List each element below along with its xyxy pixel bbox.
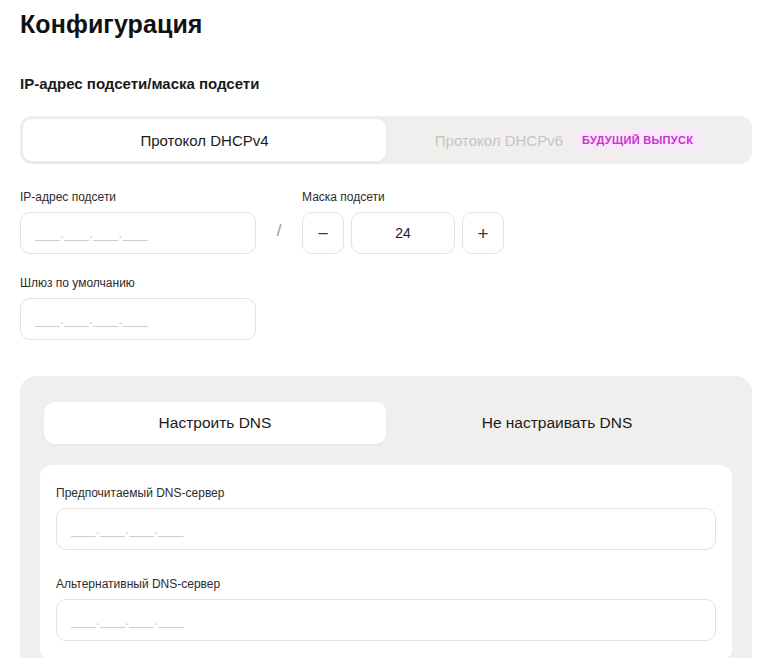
tab-protocol-dhcpv6-label: Протокол DHCPv6 bbox=[435, 132, 563, 149]
alternative-dns-field-group: Альтернативный DNS-сервер bbox=[56, 577, 716, 641]
dns-servers-panel: Предпочитаемый DNS-сервер Альтернативный… bbox=[40, 465, 732, 658]
preferred-dns-field-group: Предпочитаемый DNS-сервер bbox=[56, 486, 716, 550]
dns-tab-group: Настроить DNS Не настраивать DNS bbox=[44, 402, 728, 444]
preferred-dns-input[interactable] bbox=[56, 508, 716, 550]
preferred-dns-label: Предпочитаемый DNS-сервер bbox=[56, 486, 716, 500]
tab-protocol-dhcpv4[interactable]: Протокол DHCPv4 bbox=[22, 118, 387, 162]
configuration-page: Конфигурация IP-адрес подсети/маска подс… bbox=[0, 0, 772, 658]
mask-increment-button[interactable]: + bbox=[462, 212, 504, 254]
page-title: Конфигурация bbox=[20, 10, 752, 39]
section-heading-subnet: IP-адрес подсети/маска подсети bbox=[20, 75, 752, 92]
tab-skip-dns[interactable]: Не настраивать DNS bbox=[386, 402, 728, 444]
subnet-mask-value-input[interactable] bbox=[351, 212, 455, 254]
gateway-label: Шлюз по умолчанию bbox=[20, 276, 752, 290]
subnet-mask-label: Маска подсети bbox=[302, 190, 504, 204]
subnet-mask-stepper: − + bbox=[302, 212, 504, 254]
tab-configure-dns[interactable]: Настроить DNS bbox=[44, 402, 386, 444]
subnet-ip-input[interactable] bbox=[20, 212, 256, 254]
subnet-ip-label: IP-адрес подсети bbox=[20, 190, 256, 204]
tab-protocol-dhcpv4-label: Протокол DHCPv4 bbox=[140, 132, 268, 149]
ip-mask-separator: / bbox=[256, 210, 302, 252]
protocol-tab-group: Протокол DHCPv4 Протокол DHCPv6 БУДУЩИЙ … bbox=[20, 116, 752, 164]
alternative-dns-input[interactable] bbox=[56, 599, 716, 641]
gateway-input[interactable] bbox=[20, 298, 256, 340]
subnet-mask-field-group: Маска подсети − + bbox=[302, 190, 504, 254]
subnet-ip-field-group: IP-адрес подсети bbox=[20, 190, 256, 254]
future-release-badge: БУДУЩИЙ ВЫПУСК bbox=[573, 130, 702, 150]
dns-settings-card: Настроить DNS Не настраивать DNS Предпоч… bbox=[20, 376, 752, 658]
mask-decrement-button[interactable]: − bbox=[302, 212, 344, 254]
tab-protocol-dhcpv6[interactable]: Протокол DHCPv6 БУДУЩИЙ ВЫПУСК bbox=[387, 118, 750, 162]
alternative-dns-label: Альтернативный DNS-сервер bbox=[56, 577, 716, 591]
subnet-row: IP-адрес подсети / Маска подсети − + bbox=[20, 190, 752, 254]
gateway-field-group: Шлюз по умолчанию bbox=[20, 276, 752, 340]
